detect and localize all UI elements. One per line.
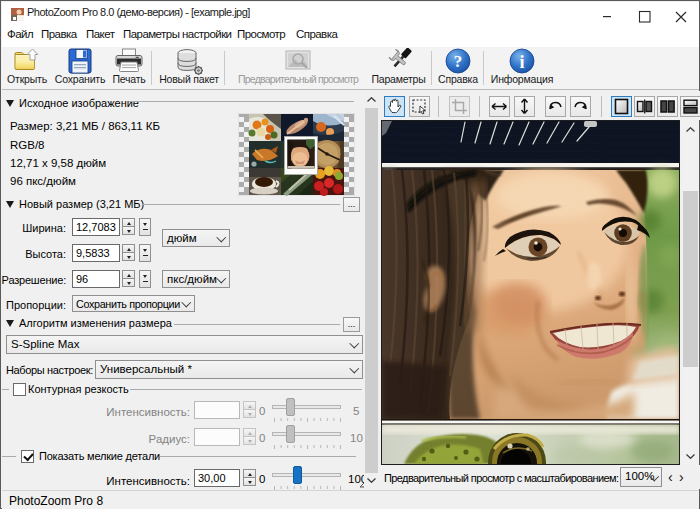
svg-text:?: ?: [454, 52, 463, 71]
svg-text:i: i: [519, 52, 524, 72]
